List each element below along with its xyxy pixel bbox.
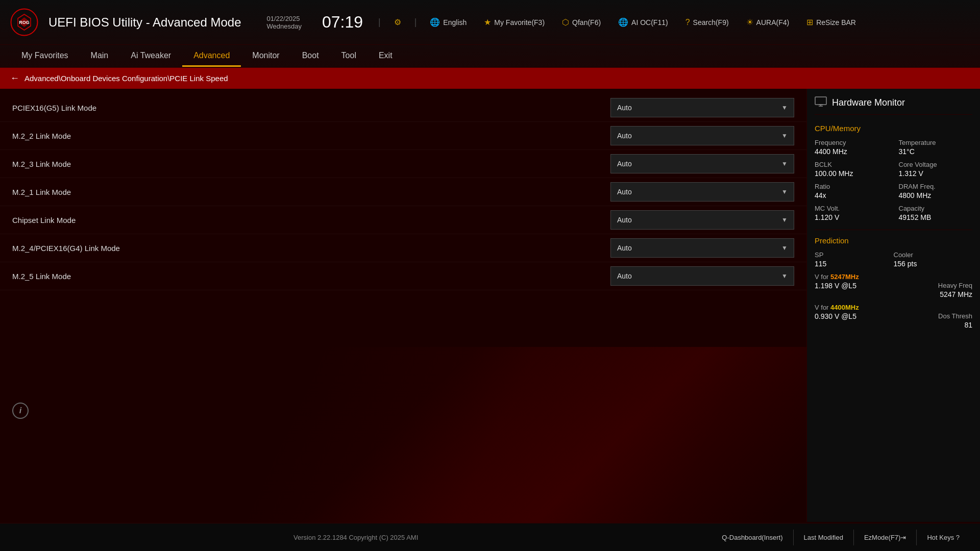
m2-3-value: Auto: [617, 160, 632, 168]
nav-boot[interactable]: Boot: [291, 46, 330, 67]
prediction-section: Prediction SP 115 Cooler 156 pts V for 5…: [815, 236, 972, 329]
heavy-freq-label: Heavy Freq: [938, 282, 972, 289]
v-5247-row: V for 5247MHz 1.198 V @L5 Heavy Freq 524…: [815, 273, 972, 298]
back-button[interactable]: ←: [10, 73, 19, 84]
breadcrumb: ← Advanced\Onboard Devices Configuration…: [0, 68, 980, 89]
aura-label: AURA(F4): [756, 18, 790, 27]
m2-1-dropdown[interactable]: Auto ▼: [610, 182, 794, 202]
v-4400-row: V for 4400MHz 0.930 V @L5 Dos Thresh 81: [815, 304, 972, 329]
nav-advanced[interactable]: Advanced: [182, 46, 241, 67]
v-5247-voltage: 1.198 V @L5: [815, 282, 856, 298]
dropdown-arrow-4: ▼: [781, 188, 788, 195]
m2-5-label: M.2_5 Link Mode: [12, 272, 610, 281]
chipset-control: Auto ▼: [610, 210, 794, 230]
last-modified-button[interactable]: Last Modified: [794, 530, 854, 545]
v-4400-label: V for 4400MHz: [815, 304, 972, 311]
sp-item: SP 115: [815, 251, 894, 268]
ez-mode-button[interactable]: EzMode(F7)⇥: [854, 530, 917, 545]
svg-rect-2: [815, 97, 826, 105]
datetime: 01/22/2025 Wednesday: [266, 15, 301, 30]
heavy-freq-value: 5247 MHz: [938, 290, 972, 298]
v-4400-voltage: 0.930 V @L5: [815, 312, 856, 329]
cooler-label: Cooler: [894, 251, 973, 259]
cpu-memory-title: CPU/Memory: [815, 124, 972, 133]
nav-main[interactable]: Main: [80, 46, 120, 67]
qfan-label: Qfan(F6): [572, 18, 601, 27]
dropdown-arrow-3: ▼: [781, 160, 788, 167]
separator-2: |: [414, 17, 417, 28]
setting-row-chipset: Chipset Link Mode Auto ▼: [0, 206, 806, 234]
setting-row-pciex16-g5: PCIEX16(G5) Link Mode Auto ▼: [0, 94, 806, 122]
rog-logo: ROG: [10, 8, 38, 36]
settings-panel: PCIEX16(G5) Link Mode Auto ▼ M.2_2 Link …: [0, 89, 806, 522]
dos-thresh-value: 81: [938, 321, 972, 329]
m2-2-dropdown[interactable]: Auto ▼: [610, 126, 794, 145]
separator-1: |: [378, 17, 381, 28]
resize-icon: ⊞: [806, 17, 813, 27]
bclk-item: BCLK 100.00 MHz: [815, 161, 889, 178]
core-voltage-item: Core Voltage 1.312 V: [899, 161, 973, 178]
m2-4-dropdown[interactable]: Auto ▼: [610, 238, 794, 258]
pciex16-g5-value: Auto: [617, 104, 632, 112]
setting-row-m2-3: M.2_3 Link Mode Auto ▼: [0, 150, 806, 178]
freq-5247-highlight: 5247MHz: [830, 273, 859, 281]
resize-bar-label: ReSize BAR: [816, 18, 856, 27]
frequency-label: Frequency: [815, 139, 889, 146]
chipset-dropdown[interactable]: Auto ▼: [610, 210, 794, 230]
search-button[interactable]: ? Search(F9): [681, 16, 733, 29]
pciex16-g5-dropdown[interactable]: Auto ▼: [610, 98, 794, 117]
nav-monitor[interactable]: Monitor: [241, 46, 290, 67]
hw-monitor-title: Hardware Monitor: [815, 96, 972, 115]
m2-5-value: Auto: [617, 272, 632, 280]
setting-row-m2-5: M.2_5 Link Mode Auto ▼: [0, 262, 806, 290]
settings-button[interactable]: ⚙: [390, 15, 405, 29]
m2-1-value: Auto: [617, 188, 632, 196]
time-display: 07:19: [322, 13, 363, 32]
header: ROG UEFI BIOS Utility - Advanced Mode 01…: [0, 0, 980, 68]
v-5247-label: V for 5247MHz: [815, 273, 972, 281]
app-title: UEFI BIOS Utility - Advanced Mode: [48, 15, 241, 30]
dropdown-arrow-5: ▼: [781, 216, 788, 223]
aura-icon: ☀: [746, 17, 753, 27]
pciex16-g5-control: Auto ▼: [610, 98, 794, 117]
resize-bar-button[interactable]: ⊞ ReSize BAR: [802, 15, 860, 29]
m2-3-dropdown[interactable]: Auto ▼: [610, 154, 794, 173]
aura-button[interactable]: ☀ AURA(F4): [742, 15, 794, 29]
monitor-icon: [815, 96, 827, 109]
dram-freq-label: DRAM Freq.: [899, 183, 973, 190]
setting-row-m2-4: M.2_4/PCIEX16(G4) Link Mode Auto ▼: [0, 234, 806, 262]
my-favorite-button[interactable]: ★ My Favorite(F3): [480, 15, 549, 29]
ai-icon: 🌐: [618, 17, 628, 27]
breadcrumb-path: Advanced\Onboard Devices Configuration\P…: [24, 74, 228, 83]
qfan-button[interactable]: ⬡ Qfan(F6): [558, 15, 605, 29]
nav-ai-tweaker[interactable]: Ai Tweaker: [119, 46, 182, 67]
bclk-label: BCLK: [815, 161, 889, 168]
sp-value: 115: [815, 260, 894, 268]
my-favorite-label: My Favorite(F3): [494, 18, 545, 27]
capacity-value: 49152 MB: [899, 213, 973, 221]
mc-volt-value: 1.120 V: [815, 213, 889, 221]
dram-freq-item: DRAM Freq. 4800 MHz: [899, 183, 973, 199]
nav-tool[interactable]: Tool: [330, 46, 368, 67]
top-bar: ROG UEFI BIOS Utility - Advanced Mode 01…: [0, 0, 980, 45]
v-4400-values: 0.930 V @L5 Dos Thresh 81: [815, 312, 972, 329]
hot-keys-button[interactable]: Hot Keys ?: [917, 530, 970, 545]
m2-5-dropdown[interactable]: Auto ▼: [610, 266, 794, 286]
chipset-label: Chipset Link Mode: [12, 216, 610, 224]
heavy-freq-group: Heavy Freq 5247 MHz: [938, 282, 972, 298]
language-button[interactable]: 🌐 English: [426, 15, 471, 29]
cooler-item: Cooler 156 pts: [894, 251, 973, 268]
mc-volt-item: MC Volt. 1.120 V: [815, 205, 889, 221]
pciex16-g5-label: PCIEX16(G5) Link Mode: [12, 104, 610, 112]
toolbar: | ⚙ | 🌐 English ★ My Favorite(F3) ⬡ Qfan…: [378, 15, 860, 29]
nav-exit[interactable]: Exit: [368, 46, 404, 67]
capacity-item: Capacity 49152 MB: [899, 205, 973, 221]
q-dashboard-button[interactable]: Q-Dashboard(Insert): [712, 530, 793, 545]
footer: Version 2.22.1284 Copyright (C) 2025 AMI…: [0, 523, 980, 551]
info-icon[interactable]: i: [12, 403, 29, 419]
ratio-item: Ratio 44x: [815, 183, 889, 199]
m2-4-value: Auto: [617, 244, 632, 252]
ai-oc-button[interactable]: 🌐 AI OC(F11): [614, 15, 672, 29]
date-display: 01/22/2025: [266, 15, 301, 22]
nav-my-favorites[interactable]: My Favorites: [10, 46, 80, 67]
